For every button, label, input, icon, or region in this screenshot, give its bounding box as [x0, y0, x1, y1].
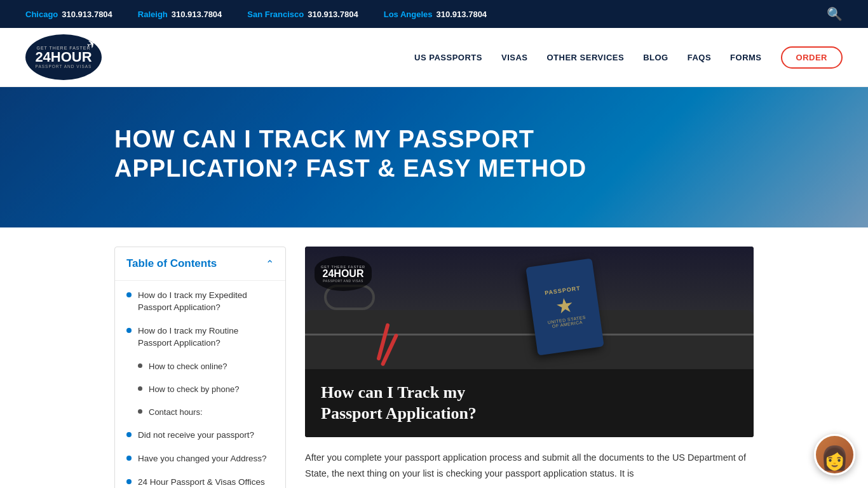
toc-sub-list: How to check online? How to check by pho… — [138, 361, 274, 419]
nav-us-passports[interactable]: US PASSPORTS — [414, 53, 482, 62]
toc-dot-2 — [126, 328, 132, 333]
nav-other-services[interactable]: OTHER SERVICES — [547, 53, 625, 62]
toc-dot-3 — [138, 363, 142, 368]
toc-dot-6 — [126, 432, 132, 437]
toc-label-4: How to check by phone? — [149, 384, 239, 395]
contact-sf[interactable]: San Francisco 310.913.7804 — [247, 10, 358, 19]
toc-dot-8 — [126, 479, 132, 484]
toc-label-2: How do I track my Routine Passport Appli… — [138, 325, 274, 349]
toc-label-5: Contact hours: — [149, 407, 203, 418]
avatar-image: 👩 — [820, 445, 849, 471]
logo-main-text: 24HOUR — [35, 50, 92, 64]
toc-dot-1 — [126, 292, 132, 297]
city-la[interactable]: Los Angeles — [384, 10, 433, 19]
contact-chicago[interactable]: Chicago 310.913.7804 — [25, 10, 112, 19]
logo[interactable]: ✈ GET THERE FASTER 24HOUR PASSPORT AND V… — [25, 34, 102, 80]
nav-links: US PASSPORTS VISAS OTHER SERVICES BLOG F… — [414, 46, 843, 69]
image-caption: How can I Track my Passport Application? — [305, 369, 754, 438]
passport-emblem: ★ — [554, 292, 576, 319]
article-image: PASSPORT ★ UNITED STATESOF AMERICA GET T… — [305, 247, 754, 437]
contact-la[interactable]: Los Angeles 310.913.7804 — [384, 10, 487, 19]
nav-faqs[interactable]: FAQS — [688, 53, 711, 62]
toc-label-6: Did not receive your passport? — [138, 430, 254, 442]
toc-item-8[interactable]: 24 Hour Passport & Visas Offices — [126, 477, 274, 488]
toc-chevron-icon[interactable]: ⌃ — [266, 258, 274, 270]
main-content: Table of Contents ⌃ How do I track my Ex… — [0, 227, 868, 488]
toc-sidebar: Table of Contents ⌃ How do I track my Ex… — [114, 247, 286, 488]
toc-item-5[interactable]: Contact hours: — [138, 407, 274, 418]
toc-label-1: How do I track my Expedited Passport App… — [138, 290, 274, 314]
img-logo-sub: PASSPORT AND VISAS — [323, 279, 363, 283]
phone-chicago: 310.913.7804 — [62, 10, 112, 19]
img-logo-text: 24HOUR — [323, 269, 364, 279]
toc-list: How do I track my Expedited Passport App… — [115, 281, 285, 488]
nav-blog[interactable]: BLOG — [643, 53, 668, 62]
image-caption-text: How can I Track my Passport Application? — [321, 382, 738, 425]
toc-item-3[interactable]: How to check online? — [138, 361, 274, 372]
order-button[interactable]: ORDER — [781, 46, 843, 69]
toc-title: Table of Contents — [126, 257, 217, 270]
contact-raleigh[interactable]: Raleigh 310.913.7804 — [138, 10, 222, 19]
image-logo: GET THERE FASTER 24HOUR PASSPORT AND VIS… — [315, 256, 372, 291]
phone-la: 310.913.7804 — [437, 10, 487, 19]
toc-label-8: 24 Hour Passport & Visas Offices — [138, 477, 265, 488]
article-body: After you complete your passport applica… — [305, 450, 754, 481]
toc-item-1[interactable]: How do I track my Expedited Passport App… — [126, 290, 274, 314]
toc-item-7[interactable]: Have you changed your Address? — [126, 453, 274, 465]
caption-line2: Passport Application? — [321, 404, 477, 423]
page-title: HOW CAN I TRACK MY PASSPORT APPLICATION?… — [114, 125, 623, 183]
toc-dot-5 — [138, 409, 142, 414]
toc-header: Table of Contents ⌃ — [115, 247, 285, 281]
search-icon[interactable]: 🔍 — [827, 6, 843, 22]
top-bar: Chicago 310.913.7804 Raleigh 310.913.780… — [0, 0, 868, 28]
toc-item-4[interactable]: How to check by phone? — [138, 384, 274, 395]
article: PASSPORT ★ UNITED STATESOF AMERICA GET T… — [305, 247, 754, 481]
toc-item-6[interactable]: Did not receive your passport? — [126, 430, 274, 442]
city-sf[interactable]: San Francisco — [247, 10, 304, 19]
nav-forms[interactable]: FORMS — [730, 53, 761, 62]
hero-section: HOW CAN I TRACK MY PASSPORT APPLICATION?… — [0, 87, 868, 227]
logo-sub-text: PASSPORT AND VISAS — [36, 64, 92, 69]
chat-avatar[interactable]: 👩 — [814, 434, 855, 475]
passport-book: PASSPORT ★ UNITED STATESOF AMERICA — [526, 259, 604, 356]
city-raleigh[interactable]: Raleigh — [138, 10, 168, 19]
main-nav: ✈ GET THERE FASTER 24HOUR PASSPORT AND V… — [0, 28, 868, 87]
city-chicago[interactable]: Chicago — [25, 10, 58, 19]
toc-dot-7 — [126, 456, 132, 461]
caption-line1: How can I Track my — [321, 383, 465, 402]
nav-visas[interactable]: VISAS — [501, 53, 528, 62]
toc-label-7: Have you changed your Address? — [138, 453, 267, 465]
bag-zipper — [305, 334, 754, 336]
toc-dot-4 — [138, 386, 142, 391]
contact-list: Chicago 310.913.7804 Raleigh 310.913.780… — [25, 10, 487, 19]
toc-label-3: How to check online? — [149, 361, 227, 372]
phone-sf: 310.913.7804 — [308, 10, 358, 19]
passport-country: UNITED STATESOF AMERICA — [548, 315, 587, 329]
phone-raleigh: 310.913.7804 — [172, 10, 222, 19]
toc-item-2[interactable]: How do I track my Routine Passport Appli… — [126, 325, 274, 349]
